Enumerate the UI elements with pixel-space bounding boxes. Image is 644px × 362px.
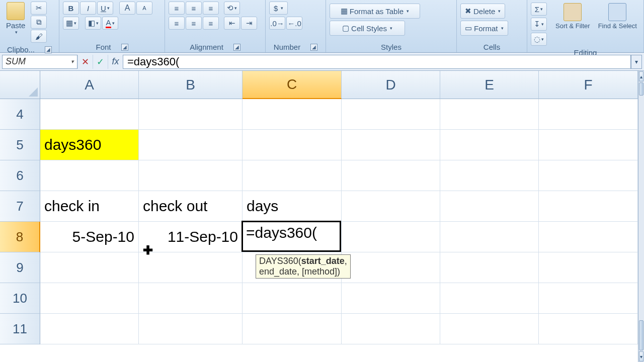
cell-D8[interactable] [342,222,440,252]
increase-indent-button[interactable]: ⇥ [241,17,257,30]
border-button[interactable]: ▦▾ [63,17,79,30]
active-cell-editor[interactable]: =days360( [243,222,340,243]
clear-button[interactable]: ◌▾ [531,33,547,46]
bold-button[interactable]: B [63,2,79,15]
delete-button[interactable]: ✖ Delete▾ [460,4,505,19]
select-all-corner[interactable] [0,71,40,99]
cell-A5[interactable]: days360 [40,130,139,160]
decrease-indent-button[interactable]: ⇤ [224,17,240,30]
cell-A11[interactable] [40,314,139,344]
align-middle-button[interactable]: ≡ [186,2,202,15]
cell-D6[interactable] [342,160,440,191]
cell-D7[interactable] [342,191,440,222]
cell-F10[interactable] [539,283,638,314]
column-header-C[interactable]: C [243,71,342,99]
cell-E5[interactable] [440,130,539,160]
vertical-scrollbar[interactable]: ▴ ▾ [638,71,644,362]
cell-E11[interactable] [440,314,539,344]
cell-A6[interactable] [40,160,139,191]
spreadsheet-grid[interactable]: ABCDEF days360check incheck outdays5-Sep… [0,71,638,362]
cell-B5[interactable] [139,130,243,160]
cell-E7[interactable] [440,191,539,222]
align-bottom-button[interactable]: ≡ [203,2,219,15]
cell-C11[interactable] [243,314,342,344]
find-select-button[interactable]: Find & Select [595,2,640,31]
fill-color-button[interactable]: ◧▾ [85,17,101,30]
cell-B6[interactable] [139,160,243,191]
align-top-button[interactable]: ≡ [169,2,185,15]
cell-A7[interactable]: check in [40,191,139,222]
dialog-launcher-icon[interactable]: ◢ [45,46,52,53]
cell-E6[interactable] [440,160,539,191]
cell-E9[interactable] [440,252,539,283]
cell-A9[interactable] [40,252,139,283]
scroll-up-button[interactable]: ▴ [639,71,643,81]
cut-button[interactable]: ✂ [31,2,47,15]
align-right-button[interactable]: ≡ [203,17,219,30]
column-header-F[interactable]: F [539,71,638,99]
cell-D9[interactable] [342,252,440,283]
cell-styles-button[interactable]: ▢ Cell Styles▾ [330,21,405,36]
cell-F6[interactable] [539,160,638,191]
cell-B9[interactable] [139,252,243,283]
dialog-launcher-icon[interactable]: ◢ [233,44,240,51]
currency-button[interactable]: $▾ [269,2,288,15]
row-header-4[interactable]: 4 [0,99,40,130]
cell-B7[interactable]: check out [139,191,243,222]
format-button[interactable]: ▭ Format▾ [460,21,508,36]
cell-B4[interactable] [139,99,243,130]
column-header-D[interactable]: D [342,71,440,99]
cell-D10[interactable] [342,283,440,314]
format-painter-button[interactable]: 🖌 [31,30,47,43]
fill-button[interactable]: ↧▾ [531,18,547,31]
column-header-A[interactable]: A [40,71,139,99]
enter-formula-button[interactable]: ✓ [93,55,108,69]
insert-function-button[interactable]: fx [108,55,123,69]
cell-C5[interactable] [243,130,342,160]
align-center-button[interactable]: ≡ [186,17,202,30]
cell-C7[interactable]: days [243,191,342,222]
italic-button[interactable]: I [80,2,96,15]
row-header-5[interactable]: 5 [0,130,40,160]
scroll-down-button[interactable]: ▾ [639,351,643,361]
cell-D4[interactable] [342,99,440,130]
dialog-launcher-icon[interactable]: ◢ [121,44,128,51]
cell-B11[interactable] [139,314,243,344]
name-box[interactable]: SUM ▾ [2,55,77,69]
cell-F5[interactable] [539,130,638,160]
grow-font-button[interactable]: A [119,2,135,15]
cancel-formula-button[interactable]: ✕ [77,55,93,69]
cell-C10[interactable] [243,283,342,314]
shrink-font-button[interactable]: A [136,2,152,15]
scroll-thumb-lower[interactable] [639,320,643,350]
cell-D5[interactable] [342,130,440,160]
cell-B8[interactable]: 11-Sep-10 [139,222,243,252]
cell-F4[interactable] [539,99,638,130]
cell-F9[interactable] [539,252,638,283]
cell-F8[interactable] [539,222,638,252]
format-as-table-button[interactable]: ▦ Format as Table▾ [330,4,420,19]
font-color-button[interactable]: A▾ [102,17,118,30]
decrease-decimal-button[interactable]: ←.0 [286,17,302,30]
cell-E8[interactable] [440,222,539,252]
cell-A4[interactable] [40,99,139,130]
cell-F11[interactable] [539,314,638,344]
copy-button[interactable]: ⧉ [31,16,47,29]
cell-D11[interactable] [342,314,440,344]
cell-C6[interactable] [243,160,342,191]
column-header-E[interactable]: E [440,71,539,99]
row-header-9[interactable]: 9 [0,252,40,283]
cell-F7[interactable] [539,191,638,222]
underline-button[interactable]: U▾ [97,2,113,15]
cell-A10[interactable] [40,283,139,314]
scroll-thumb[interactable] [639,82,643,96]
row-header-10[interactable]: 10 [0,283,40,314]
row-header-6[interactable]: 6 [0,160,40,191]
increase-decimal-button[interactable]: .0→ [269,17,285,30]
dialog-launcher-icon[interactable]: ◢ [310,44,317,51]
row-header-7[interactable]: 7 [0,191,40,222]
cell-B10[interactable] [139,283,243,314]
cell-C4[interactable] [243,99,342,130]
cell-A8[interactable]: 5-Sep-10 [40,222,139,252]
cell-E4[interactable] [440,99,539,130]
